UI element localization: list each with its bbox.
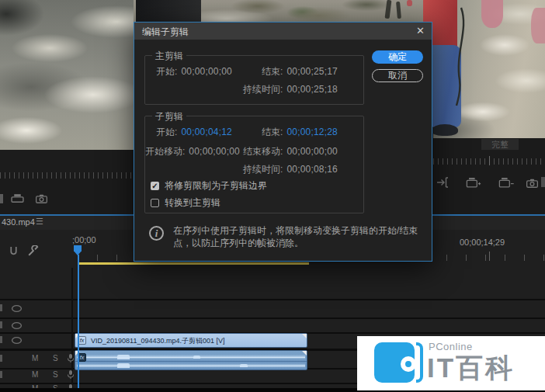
partial-button-icon: [541, 177, 545, 187]
source-monitor-ruler[interactable]: [0, 172, 134, 179]
subclip-end-shift-value: 00;00;00;00: [286, 146, 338, 157]
master-end-label: 结束:: [262, 66, 283, 77]
video-clip-label: VID_20190811_094430.mp4.子剪辑001 [V]: [91, 336, 224, 346]
master-duration-label: 持续时间:: [243, 84, 283, 95]
master-start-value: 00;00;00;00: [181, 66, 232, 77]
subclip-end-shift-label: 结束移动:: [243, 146, 283, 157]
track-control-partial-icon: [0, 355, 2, 362]
checkbox-checked-icon[interactable]: ✓: [151, 182, 159, 190]
toggle-track-output-eye-icon[interactable]: [11, 304, 23, 313]
checkbox-unchecked-icon[interactable]: [151, 199, 159, 207]
timeline-settings-wrench-icon[interactable]: [28, 245, 39, 256]
person-figure: [531, 8, 545, 43]
insert-icon[interactable]: [436, 177, 449, 188]
dialog-info-text: 在序列中使用子剪辑时，将限制移动变换子剪辑的开始/结束点，以防止序列中的帧被消除…: [173, 224, 418, 249]
subclip-start-end-row: 开始:00;00;04;12 结束:00;00;12;28: [145, 126, 363, 137]
clip-corner-notch: [302, 334, 307, 338]
subclip-duration-label: 持续时间:: [243, 164, 283, 175]
toggle-track-output-eye-icon[interactable]: [11, 321, 23, 330]
partial-button-icon: [0, 194, 3, 203]
dialog-titlebar[interactable]: 编辑子剪辑 ✕: [134, 23, 432, 40]
magnifier-icon: [401, 356, 416, 372]
subclip-end-value[interactable]: 00;00;12;28: [286, 127, 338, 137]
mute-track-button[interactable]: M: [32, 370, 38, 379]
extract-icon[interactable]: [498, 177, 514, 188]
source-monitor-toolbar: [0, 150, 134, 173]
timeline-ruler-label: 00;00;14;29: [460, 238, 505, 247]
subclip-duration-value: 00;00;08;16: [286, 164, 338, 175]
convert-to-master-checkbox[interactable]: 转换到主剪辑: [151, 196, 220, 210]
toggle-track-output-eye-icon[interactable]: [11, 336, 23, 345]
person-leg: [385, 0, 392, 19]
ruler-tick: [489, 156, 490, 165]
premiere-window: 1/2 ▾ 00;00;08;16 完整 430.mp4 ☰: [0, 0, 545, 392]
restrict-trims-label: 将修剪限制为子剪辑边界: [165, 179, 267, 193]
close-icon[interactable]: ✕: [416, 25, 425, 36]
subclip-end-label: 结束:: [262, 127, 283, 137]
lift-icon[interactable]: [466, 177, 481, 188]
video-top-strip: [134, 0, 433, 22]
subclip-start-shift-label: 开始移动:: [145, 146, 185, 157]
audio-waveform: [77, 363, 305, 369]
track-control-partial-icon: [0, 321, 2, 328]
subclip-duration-row: 持续时间:00;00;08;16: [145, 163, 363, 174]
solo-track-button[interactable]: S: [53, 370, 58, 379]
output-icon[interactable]: [11, 193, 24, 203]
playhead-line[interactable]: [78, 255, 79, 392]
audio-channel-separator: [75, 361, 307, 362]
track-divider: [0, 317, 545, 319]
track-control-partial-icon: [0, 336, 2, 343]
track-control-partial-icon: [0, 371, 2, 378]
ok-button[interactable]: 确定: [372, 50, 423, 64]
watermark-logo: [374, 342, 415, 383]
source-monitor-video: [0, 0, 134, 150]
audio-clip[interactable]: fx: [75, 350, 307, 370]
edit-subclip-dialog: 编辑子剪辑 ✕ 主剪辑 开始:00;00;00;00 结束:00;00;25;1…: [134, 22, 432, 262]
convert-to-master-label: 转换到主剪辑: [165, 196, 220, 210]
track-divider: [0, 299, 545, 300]
solo-track-button[interactable]: S: [53, 354, 58, 363]
video-dark-area: [136, 0, 201, 22]
subclip-legend: 子剪辑: [152, 110, 186, 123]
info-icon: i: [149, 226, 164, 241]
subclip-start-value[interactable]: 00;00;04;12: [181, 127, 232, 137]
work-area-bar[interactable]: [78, 262, 309, 265]
cancel-button[interactable]: 取消: [372, 69, 423, 82]
master-start-end-row: 开始:00;00;00;00 结束:00;00;25;17: [145, 65, 363, 76]
timeline-tab-label[interactable]: 430.mp4: [2, 217, 35, 227]
waveform-bump: [240, 364, 248, 367]
export-frame-camera-icon[interactable]: [36, 194, 47, 203]
audio-waveform: [77, 354, 305, 360]
person-figure: [407, 0, 412, 6]
video-clip[interactable]: fx VID_20190811_094430.mp4.子剪辑001 [V]: [75, 333, 307, 348]
master-start-label: 开始:: [156, 66, 177, 77]
restrict-trims-checkbox[interactable]: ✓ 将修剪限制为子剪辑边界: [151, 179, 267, 193]
leash-line: [449, 6, 472, 107]
master-clip-legend: 主剪辑: [152, 50, 186, 63]
waveform-bump: [193, 356, 200, 359]
subclip-start-label: 开始:: [156, 127, 177, 137]
export-frame-camera-icon[interactable]: [526, 179, 538, 188]
watermark-title: IT百科: [427, 350, 515, 387]
track-control-partial-icon: [0, 304, 2, 311]
watermark-logo-bracket: [416, 342, 423, 383]
subclip-group: 子剪辑 开始:00;00;04;12 结束:00;00;12;28 开始移动:0…: [144, 116, 364, 213]
master-end-value: 00;00;25;17: [286, 66, 338, 77]
mute-track-button[interactable]: M: [32, 354, 38, 363]
ruler-tick: [489, 252, 490, 261]
waveform-bump: [117, 355, 130, 359]
program-fit-select[interactable]: 完整: [481, 139, 519, 150]
person-figure: [481, 0, 503, 28]
panel-menu-icon[interactable]: ☰: [36, 217, 43, 227]
voiceover-mic-icon[interactable]: [67, 353, 75, 363]
snap-icon[interactable]: [9, 246, 18, 256]
dialog-title: 编辑子剪辑: [142, 26, 189, 39]
master-clip-group: 主剪辑 开始:00;00;00;00 结束:00;00;25;17 持续时间:0…: [144, 55, 364, 105]
subclip-shift-row: 开始移动:00;00;00;00 结束移动:00;00;00;00: [145, 145, 363, 156]
person-shoe: [432, 124, 458, 136]
watermark: PConline IT百科: [357, 336, 545, 390]
voiceover-mic-icon[interactable]: [67, 369, 75, 380]
timeline-ruler-label: ;00;00: [72, 235, 96, 245]
person-leg: [396, 2, 401, 19]
master-duration-row: 持续时间:00;00;25;18: [145, 83, 363, 94]
